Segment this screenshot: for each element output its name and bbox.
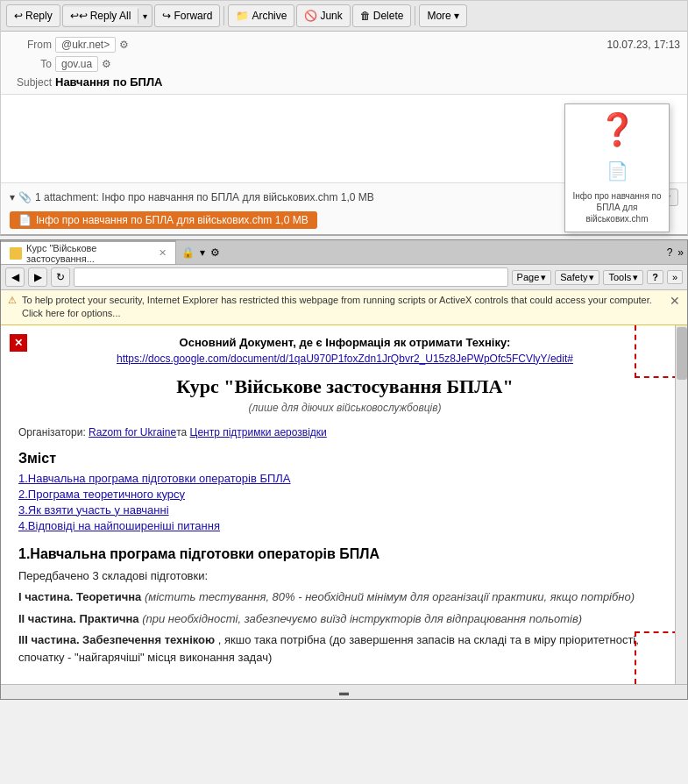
main-doc-title: Основний Документ, де є Інформація як от… <box>18 336 671 349</box>
page-button[interactable]: Page ▾ <box>512 270 552 285</box>
from-address: @ukr.net> <box>55 37 116 53</box>
attachment-file-icon: 📄 <box>18 214 32 226</box>
reply-icon: ↩ <box>14 10 23 22</box>
table-of-contents: Зміст 1.Навчальна програма підготовки оп… <box>18 451 671 532</box>
reply-all-button-split[interactable]: ↩↩ Reply All ▾ <box>62 4 153 27</box>
archive-icon: 📁 <box>236 10 249 22</box>
email-client: ↩ Reply ↩↩ Reply All ▾ ↪ Forward 📁 Archi… <box>0 0 688 236</box>
toolbar-separator-2 <box>415 6 415 25</box>
web-content: ✕ Основний Документ, де є Інформація як … <box>1 325 687 685</box>
reply-all-main[interactable]: ↩↩ Reply All <box>63 7 138 25</box>
more-button[interactable]: More ▾ <box>419 4 466 27</box>
attachment-preview-name: Інфо про навчання по БПЛА для військових… <box>572 190 662 225</box>
attachment-toggle[interactable]: ▾ 📎 1 attachment: Інфо про навчання по Б… <box>10 191 374 203</box>
main-document-section: Основний Документ, де є Інформація як от… <box>18 336 671 365</box>
reply-button[interactable]: ↩ Reply <box>6 4 60 27</box>
part1-bold: І частина. Теоретична <box>18 590 141 603</box>
organizer-mid: та <box>176 426 189 438</box>
course-title: Курс "Військове застосування БПЛА" <box>18 375 671 398</box>
toc-item-4[interactable]: 4.Відповіді на найпоширеніші питання <box>18 519 671 532</box>
address-bar[interactable] <box>74 267 508 287</box>
part1-text: І частина. Теоретична (містить тестуванн… <box>18 588 671 606</box>
section1-title: 1.Навчальна програма підготовки оператор… <box>18 546 671 562</box>
part2-text: ІІ частина. Практична (при необхідності,… <box>18 610 671 628</box>
subject-label: Subject <box>8 76 52 89</box>
browser-content-wrapper: ✕ Основний Документ, де є Інформація як … <box>1 325 687 685</box>
part3-bold: ІІІ частина. Забезпечення технікою <box>18 633 215 646</box>
browser-tab-bar-btn1[interactable]: 🔒 <box>181 246 195 259</box>
to-label: To <box>8 58 52 70</box>
attachment-toggle-icon: ▾ <box>10 191 15 203</box>
scrollbar-thumb[interactable] <box>677 327 687 380</box>
reply-all-arrow[interactable]: ▾ <box>138 9 152 24</box>
forward-button[interactable]: ↪ Forward <box>154 4 220 27</box>
security-bar-close-icon[interactable]: ✕ <box>670 294 680 308</box>
more-arrow-icon: ▾ <box>454 10 459 22</box>
expand-browser-button[interactable]: » <box>667 270 683 284</box>
to-options-icon[interactable]: ⚙ <box>102 58 111 70</box>
browser-tab-bar-help[interactable]: ? <box>667 246 673 259</box>
browser-tabs: Курс "Військове застосування... ✕ 🔒 ▾ ⚙ … <box>1 240 687 265</box>
from-row: From @ukr.net> ⚙ 10.07.23, 17:13 <box>8 35 680 54</box>
web-close-button[interactable]: ✕ <box>10 334 27 352</box>
tools-arrow-icon: ▾ <box>633 272 638 283</box>
tab-favicon <box>10 247 22 260</box>
toc-item-2[interactable]: 2.Програма теоретичного курсу <box>18 488 671 501</box>
toc-title: Зміст <box>18 451 671 467</box>
part1-italic: (містить тестування, 80% - необхідний мі… <box>145 590 635 603</box>
page-arrow-icon: ▾ <box>541 272 546 283</box>
browser-tools: Page ▾ Safety ▾ Tools ▾ ? » <box>512 270 683 285</box>
browser-scrollbar[interactable] <box>675 325 687 685</box>
organizers-section: Організатори: Razom for Ukraineта Центр … <box>18 426 671 438</box>
reply-all-icon: ↩↩ <box>70 10 88 22</box>
back-button[interactable]: ◀ <box>5 267 25 287</box>
course-subtitle: (лише для діючих військовослужбовців) <box>18 402 671 414</box>
refresh-button[interactable]: ↻ <box>51 267 70 287</box>
forward-nav-button[interactable]: ▶ <box>28 267 47 287</box>
delete-button[interactable]: 🗑 Delete <box>352 4 412 27</box>
security-warning-icon: ⚠ <box>8 295 17 306</box>
attachment-icon: 📎 <box>18 191 32 203</box>
safety-arrow-icon: ▾ <box>589 272 594 283</box>
part2-bold: ІІ частина. Практична <box>18 612 139 625</box>
email-toolbar: ↩ Reply ↩↩ Reply All ▾ ↪ Forward 📁 Archi… <box>1 1 687 32</box>
browser-section: Курс "Військове застосування... ✕ 🔒 ▾ ⚙ … <box>0 239 688 700</box>
subject-text: Навчання по БПЛА <box>55 75 162 89</box>
security-warning-bar[interactable]: ⚠ To help protect your security, Interne… <box>1 290 687 325</box>
attachment-chip[interactable]: 📄 Інфо про навчання по БПЛА для військов… <box>10 211 317 229</box>
email-date: 10.07.23, 17:13 <box>607 39 680 51</box>
organizer2-link[interactable]: Центр підтримки аерозвідки <box>190 426 327 438</box>
organizers-prefix: Організатори: <box>18 426 89 438</box>
archive-button[interactable]: 📁 Archive <box>228 4 294 27</box>
attachment-preview-icon: ❓📄 <box>598 111 637 185</box>
help-button[interactable]: ? <box>647 270 663 284</box>
part2-italic: (при необхідності, забезпечуємо виїзд ін… <box>142 612 582 625</box>
forward-icon: ↪ <box>162 10 171 22</box>
browser-tab-bar-btn2[interactable]: ▾ <box>200 246 205 259</box>
browser-tab-bar-expand[interactable]: » <box>677 246 684 259</box>
toc-item-3[interactable]: 3.Як взяти участь у навчанні <box>18 503 671 517</box>
from-options-icon[interactable]: ⚙ <box>119 39 129 51</box>
toc-item-1[interactable]: 1.Навчальна програма підготовки оператор… <box>18 472 671 485</box>
browser-toolbar: ◀ ▶ ↻ Page ▾ Safety ▾ Tools ▾ ? » <box>1 265 687 290</box>
from-label: From <box>8 39 52 51</box>
to-row: To gov.ua ⚙ <box>8 54 680 74</box>
attachment-preview[interactable]: ❓📄 Інфо про навчання по БПЛА для військо… <box>564 103 670 232</box>
safety-button[interactable]: Safety ▾ <box>555 270 599 285</box>
tools-button[interactable]: Tools ▾ <box>603 270 643 285</box>
tab-close-icon[interactable]: ✕ <box>159 247 167 259</box>
junk-button[interactable]: 🚫 Junk <box>296 4 350 27</box>
section1-lead: Передбачено 3 складові підготовки: <box>18 567 671 585</box>
subject-row: Subject Навчання по БПЛА <box>8 74 680 90</box>
toolbar-separator-1 <box>223 6 224 25</box>
main-doc-link[interactable]: https://docs.google.com/document/d/1qaU9… <box>18 353 671 365</box>
part3-text: ІІІ частина. Забезпечення технікою , якш… <box>18 631 671 666</box>
organizer1-link[interactable]: Razom for Ukraine <box>89 426 176 438</box>
browser-tab-bar-btn3[interactable]: ⚙ <box>210 246 220 259</box>
status-text: ▬ <box>339 687 349 697</box>
browser-tab-active[interactable]: Курс "Військове застосування... ✕ <box>1 240 176 264</box>
tab-label: Курс "Військове застосування... <box>26 243 151 264</box>
junk-icon: 🚫 <box>304 10 317 22</box>
browser-status-bar: ▬ <box>1 684 687 699</box>
email-header: From @ukr.net> ⚙ 10.07.23, 17:13 To gov.… <box>1 32 687 95</box>
